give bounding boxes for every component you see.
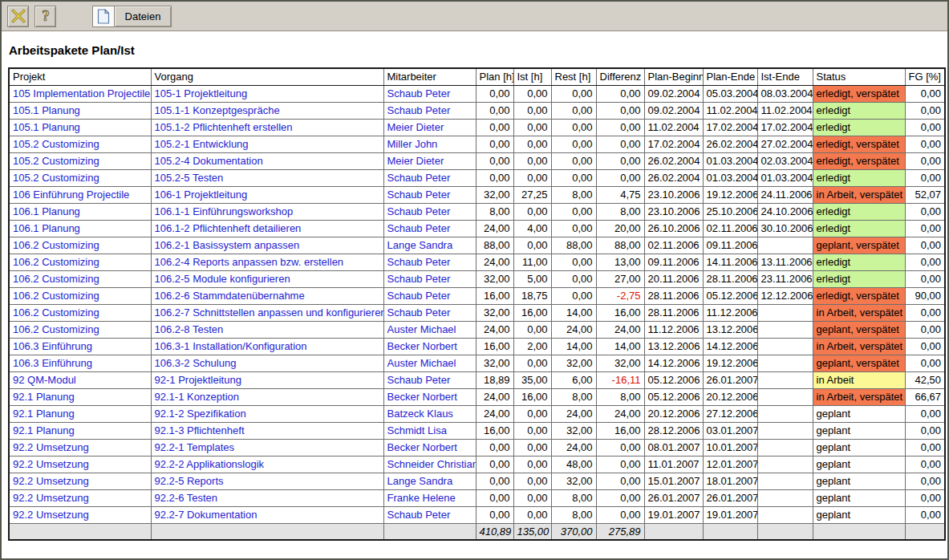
- cell-projekt[interactable]: 92 QM-Modul: [9, 371, 151, 388]
- cell-vorgang[interactable]: 105.2-4 Dokumentation: [151, 152, 383, 169]
- cell-vorgang[interactable]: 92.2-1 Templates: [151, 439, 383, 456]
- cell-vorgang[interactable]: 106.2-4 Reports anpassen bzw. erstellen: [151, 254, 383, 270]
- cell-rest: 24,00: [551, 321, 596, 338]
- cell-projekt[interactable]: 106.2 Customizing: [9, 321, 151, 338]
- cell-projekt[interactable]: 92.2 Umsetzung: [9, 439, 151, 456]
- cell-vorgang[interactable]: 106.1-2 Pflichtenheft detailieren: [151, 220, 383, 237]
- cell-plan-ende: 11.02.2004: [703, 102, 757, 119]
- cell-projekt[interactable]: 106.3 Einführung: [9, 355, 151, 371]
- cell-projekt[interactable]: 106 Einführung Projectile: [9, 186, 151, 203]
- close-button[interactable]: [7, 6, 29, 27]
- cell-plan-beginn: 15.01.2007: [644, 473, 703, 489]
- cell-projekt[interactable]: 105.1 Planung: [9, 119, 151, 136]
- cell-vorgang[interactable]: 105.2-5 Testen: [151, 169, 383, 186]
- cell-vorgang[interactable]: 92.2-2 Applikationslogik: [151, 456, 383, 473]
- cell-projekt[interactable]: 106.2 Customizing: [9, 287, 151, 304]
- cell-mitarbeiter[interactable]: Auster Michael: [383, 321, 476, 338]
- cell-vorgang[interactable]: 105.1-2 Pflichtenheft erstellen: [151, 119, 383, 136]
- cell-status: erledigt: [813, 119, 905, 136]
- cell-ist: 0,00: [513, 237, 551, 254]
- cell-mitarbeiter[interactable]: Schneider Christian: [383, 456, 476, 473]
- cell-vorgang[interactable]: 92.1-1 Konzeption: [151, 388, 383, 405]
- cell-vorgang[interactable]: 92.1-3 Pflichtenheft: [151, 422, 383, 439]
- cell-projekt[interactable]: 92.1 Planung: [9, 405, 151, 422]
- cell-vorgang[interactable]: 92.2-7 Dokumentation: [151, 506, 383, 523]
- cell-projekt[interactable]: 105 Implementation Projectile: [9, 85, 151, 102]
- cell-rest: 24,00: [551, 439, 596, 456]
- cell-mitarbeiter[interactable]: Franke Helene: [383, 489, 476, 506]
- cell-mitarbeiter[interactable]: Meier Dieter: [383, 152, 476, 169]
- cell-projekt[interactable]: 106.2 Customizing: [9, 237, 151, 254]
- cell-mitarbeiter[interactable]: Schaub Peter: [383, 85, 476, 102]
- cell-vorgang[interactable]: 92-1 Projektleitung: [151, 371, 383, 388]
- cell-mitarbeiter[interactable]: Lange Sandra: [383, 473, 476, 489]
- cell-vorgang[interactable]: 92.2-6 Testen: [151, 489, 383, 506]
- cell-projekt[interactable]: 106.2 Customizing: [9, 270, 151, 287]
- cell-projekt[interactable]: 105.2 Customizing: [9, 169, 151, 186]
- cell-mitarbeiter[interactable]: Schaub Peter: [383, 220, 476, 237]
- cell-mitarbeiter[interactable]: Batzeck Klaus: [383, 405, 476, 422]
- cell-vorgang[interactable]: 92.1-2 Spezifikation: [151, 405, 383, 422]
- cell-mitarbeiter[interactable]: Schaub Peter: [383, 371, 476, 388]
- cell-mitarbeiter[interactable]: Lange Sandra: [383, 237, 476, 254]
- cell-vorgang[interactable]: 105.1-1 Konzeptgespräche: [151, 102, 383, 119]
- cell-projekt[interactable]: 106.2 Customizing: [9, 304, 151, 321]
- totals-empty-projekt: [9, 523, 151, 540]
- cell-plan-ende: 27.12.2006: [703, 405, 757, 422]
- cell-projekt[interactable]: 92.1 Planung: [9, 388, 151, 405]
- cell-plan: 0,00: [476, 489, 513, 506]
- cell-mitarbeiter[interactable]: Schaub Peter: [383, 304, 476, 321]
- cell-plan-ende: 05.12.2006: [703, 287, 757, 304]
- cell-ist-ende: 02.03.2004: [757, 152, 813, 169]
- help-button[interactable]: ?: [34, 6, 56, 27]
- cell-projekt[interactable]: 105.1 Planung: [9, 102, 151, 119]
- cell-ist-ende: [757, 473, 813, 489]
- cell-projekt[interactable]: 106.2 Customizing: [9, 254, 151, 270]
- cell-vorgang[interactable]: 105-1 Projektleitung: [151, 85, 383, 102]
- cell-mitarbeiter[interactable]: Becker Norbert: [383, 388, 476, 405]
- dateien-button[interactable]: Dateien: [114, 6, 172, 27]
- cell-vorgang[interactable]: 106.1-1 Einführungsworkshop: [151, 203, 383, 220]
- cell-projekt[interactable]: 106.1 Planung: [9, 220, 151, 237]
- cell-mitarbeiter[interactable]: Becker Norbert: [383, 439, 476, 456]
- cell-rest: 32,00: [551, 355, 596, 371]
- cell-plan-beginn: 23.10.2006: [644, 203, 703, 220]
- cell-projekt[interactable]: 92.2 Umsetzung: [9, 489, 151, 506]
- cell-projekt[interactable]: 92.2 Umsetzung: [9, 506, 151, 523]
- cell-vorgang[interactable]: 106.2-8 Testen: [151, 321, 383, 338]
- cell-vorgang[interactable]: 105.2-1 Entwicklung: [151, 136, 383, 152]
- cell-ist-ende: 17.02.2004: [757, 119, 813, 136]
- cell-projekt[interactable]: 106.3 Einführung: [9, 338, 151, 355]
- cell-vorgang[interactable]: 106.2-6 Stammdatenübernahme: [151, 287, 383, 304]
- cell-mitarbeiter[interactable]: Schaub Peter: [383, 506, 476, 523]
- cell-plan-ende: 26.02.2004: [703, 136, 757, 152]
- cell-mitarbeiter[interactable]: Schaub Peter: [383, 102, 476, 119]
- cell-mitarbeiter[interactable]: Schaub Peter: [383, 254, 476, 270]
- cell-ist: 0,00: [513, 119, 551, 136]
- cell-mitarbeiter[interactable]: Auster Michael: [383, 355, 476, 371]
- cell-mitarbeiter[interactable]: Meier Dieter: [383, 119, 476, 136]
- cell-projekt[interactable]: 92.1 Planung: [9, 422, 151, 439]
- cell-mitarbeiter[interactable]: Schmidt Lisa: [383, 422, 476, 439]
- cell-mitarbeiter[interactable]: Schaub Peter: [383, 270, 476, 287]
- cell-vorgang[interactable]: 106-1 Projektleitung: [151, 186, 383, 203]
- cell-mitarbeiter[interactable]: Schaub Peter: [383, 203, 476, 220]
- cell-vorgang[interactable]: 92.2-5 Reports: [151, 473, 383, 489]
- cell-ist: 18,75: [513, 287, 551, 304]
- cell-vorgang[interactable]: 106.3-2 Schulung: [151, 355, 383, 371]
- cell-mitarbeiter[interactable]: Schaub Peter: [383, 169, 476, 186]
- cell-projekt[interactable]: 92.2 Umsetzung: [9, 456, 151, 473]
- cell-mitarbeiter[interactable]: Schaub Peter: [383, 287, 476, 304]
- cell-vorgang[interactable]: 106.2-5 Module konfigurieren: [151, 270, 383, 287]
- cell-projekt[interactable]: 92.2 Umsetzung: [9, 473, 151, 489]
- cell-projekt[interactable]: 105.2 Customizing: [9, 152, 151, 169]
- cell-projekt[interactable]: 105.2 Customizing: [9, 136, 151, 152]
- cell-vorgang[interactable]: 106.2-1 Basissystem anpassen: [151, 237, 383, 254]
- cell-mitarbeiter[interactable]: Schaub Peter: [383, 186, 476, 203]
- cell-projekt[interactable]: 106.1 Planung: [9, 203, 151, 220]
- cell-mitarbeiter[interactable]: Becker Norbert: [383, 338, 476, 355]
- cell-mitarbeiter[interactable]: Miller John: [383, 136, 476, 152]
- cell-vorgang[interactable]: 106.3-1 Installation/Konfiguration: [151, 338, 383, 355]
- document-button[interactable]: [92, 6, 114, 27]
- cell-vorgang[interactable]: 106.2-7 Schnittstellen anpassen und konf…: [151, 304, 383, 321]
